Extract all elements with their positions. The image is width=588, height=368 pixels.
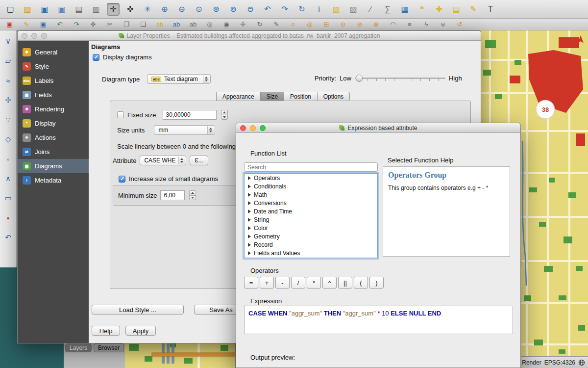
function-group-row[interactable]: Conditionals [245, 182, 377, 190]
delete-part-icon[interactable]: ⊗ [370, 20, 382, 29]
change-label-icon[interactable]: ✎ [270, 20, 282, 29]
expand-triangle-icon[interactable] [248, 226, 251, 230]
expand-triangle-icon[interactable] [248, 193, 251, 197]
operator-button[interactable]: * [307, 277, 321, 289]
reshape-icon[interactable]: ◠ [387, 20, 399, 29]
minimum-size-stepper[interactable] [189, 190, 196, 200]
label-settings-icon[interactable]: ab [187, 20, 199, 29]
delete-ring-icon[interactable]: ⊘ [354, 20, 366, 29]
close-button[interactable] [240, 125, 246, 131]
delete-feature-icon[interactable]: ▪ [2, 212, 14, 224]
sidebar-item-rendering[interactable]: ❖ Rendering [18, 102, 89, 116]
expression-builder-button[interactable]: Ɛ... [190, 156, 208, 165]
minimize-button[interactable] [31, 33, 37, 39]
fixed-size-input[interactable] [163, 110, 217, 120]
diagram-type-dropdown[interactable]: abc Text diagram [147, 74, 211, 84]
attribute-table-icon[interactable]: ▦ [398, 3, 411, 16]
label-show-hide-icon[interactable]: ◉ [220, 20, 232, 29]
pan-to-selection-icon[interactable]: ✜ [124, 3, 137, 16]
expand-triangle-icon[interactable] [248, 218, 251, 222]
tab-size[interactable]: Size [260, 92, 284, 101]
cut-features-icon[interactable]: ✂ [104, 20, 116, 29]
fill-ring-icon[interactable]: ⊙ [337, 20, 349, 29]
measure-icon[interactable]: ∕ [364, 3, 377, 16]
fixed-size-checkbox[interactable] [117, 111, 124, 118]
zoom-button[interactable] [41, 33, 47, 39]
close-button[interactable] [22, 33, 27, 39]
capture-polygon-icon[interactable]: ▱ [2, 55, 14, 67]
operator-button[interactable]: - [275, 277, 290, 289]
label-blue-icon[interactable]: ab [171, 20, 182, 29]
function-group-row[interactable]: Color [245, 224, 377, 232]
select-features-icon[interactable]: ▧ [330, 3, 343, 16]
capture-point-icon[interactable]: ◦ [2, 153, 14, 165]
sidebar-item-labels[interactable]: abc Labels [18, 74, 89, 88]
toggle-editing-icon[interactable]: ✎ [21, 20, 32, 29]
pan-map-icon[interactable]: ✛ [107, 3, 120, 16]
slider-thumb[interactable] [356, 75, 363, 81]
sidebar-item-actions[interactable]: ✳ Actions [18, 131, 89, 145]
node-tool-icon[interactable]: ✜ [87, 20, 99, 29]
deselect-features-icon[interactable]: ▧ [347, 3, 360, 16]
sidebar-item-fields[interactable]: ▦ Fields [18, 88, 89, 102]
display-diagrams-checkbox[interactable] [93, 54, 99, 61]
reshape-feature-icon[interactable]: ∧ [2, 173, 14, 184]
operator-button[interactable]: ) [369, 277, 384, 289]
capture-line-icon[interactable]: ∨ [2, 35, 14, 47]
move-feature-icon[interactable]: ✢ [2, 94, 14, 106]
label-pin-icon[interactable]: ◎ [204, 20, 216, 29]
map-canvas-bottom[interactable] [125, 341, 235, 368]
expand-triangle-icon[interactable] [248, 201, 251, 205]
split-features-icon[interactable]: ϟ [420, 20, 432, 29]
identify-icon[interactable]: i [313, 3, 325, 16]
dock-tab-layers[interactable]: Layers [65, 343, 92, 352]
undo-edit-icon[interactable]: ↶ [2, 232, 14, 243]
labeling-icon[interactable]: ab [154, 20, 166, 29]
load-style-button[interactable]: Load Style ... [92, 305, 184, 315]
offset-curve-icon[interactable]: ≡ [404, 20, 416, 29]
undo-icon[interactable]: ↶ [54, 20, 66, 29]
dialog-titlebar[interactable]: Expression based attribute [236, 123, 520, 133]
redo-icon[interactable]: ↷ [71, 20, 82, 29]
globe-icon[interactable] [578, 359, 585, 366]
expand-triangle-icon[interactable] [248, 176, 251, 180]
operator-button[interactable]: = [244, 277, 258, 289]
function-group-row[interactable]: Record [245, 240, 377, 249]
expand-triangle-icon[interactable] [248, 251, 251, 255]
window-titlebar[interactable]: Layer Properties – Estimated buildings a… [18, 31, 481, 41]
operator-button[interactable]: ( [354, 277, 368, 289]
zoom-out-icon[interactable]: ⊖ [175, 3, 188, 16]
sidebar-item-metadata[interactable]: i Metadata [18, 173, 89, 187]
paste-features-icon[interactable]: ❏ [137, 20, 149, 29]
size-units-dropdown[interactable]: mm [154, 125, 215, 135]
open-project-icon[interactable]: ▨ [21, 3, 34, 16]
field-calculator-icon[interactable]: ∑ [381, 3, 394, 16]
current-edits-icon[interactable]: ▣ [4, 20, 16, 29]
zoom-in-icon[interactable]: ⊕ [158, 3, 171, 16]
minimum-size-input[interactable] [160, 190, 185, 200]
tab-position[interactable]: Position [284, 92, 317, 101]
zoom-last-icon[interactable]: ↶ [261, 3, 274, 16]
text-annotation-icon[interactable]: T [484, 3, 497, 16]
operator-button[interactable]: ^ [322, 277, 337, 289]
copy-features-icon[interactable]: ❐ [121, 20, 132, 29]
zoom-full-icon[interactable]: ⊛ [210, 3, 222, 16]
merge-features-icon[interactable]: ⊎ [437, 20, 449, 29]
fixed-size-stepper[interactable] [221, 110, 228, 120]
dock-tab-browser[interactable]: Browser [94, 343, 124, 352]
split-line-icon[interactable]: ▭ [2, 192, 14, 204]
zoom-to-selection-icon[interactable]: ⊜ [244, 3, 257, 16]
sidebar-item-joins[interactable]: ⇄ Joins [18, 145, 89, 159]
expand-triangle-icon[interactable] [248, 210, 251, 213]
zoom-to-layer-icon[interactable]: ⊚ [227, 3, 240, 16]
zoom-button[interactable] [260, 125, 266, 131]
save-project-icon[interactable]: ▣ [38, 3, 51, 16]
capture-curve-icon[interactable]: ≈ [2, 75, 14, 86]
new-bookmark-icon[interactable]: ✚ [433, 3, 445, 16]
expand-triangle-icon[interactable] [248, 184, 251, 188]
map-tips-icon[interactable]: ❝ [416, 3, 428, 16]
map-refresh-icon[interactable]: ↻ [295, 3, 308, 16]
simplify-feature-icon[interactable]: ≈ [287, 20, 299, 29]
function-group-row[interactable]: Date and Time [245, 207, 377, 215]
apply-button[interactable]: Apply [125, 326, 156, 336]
